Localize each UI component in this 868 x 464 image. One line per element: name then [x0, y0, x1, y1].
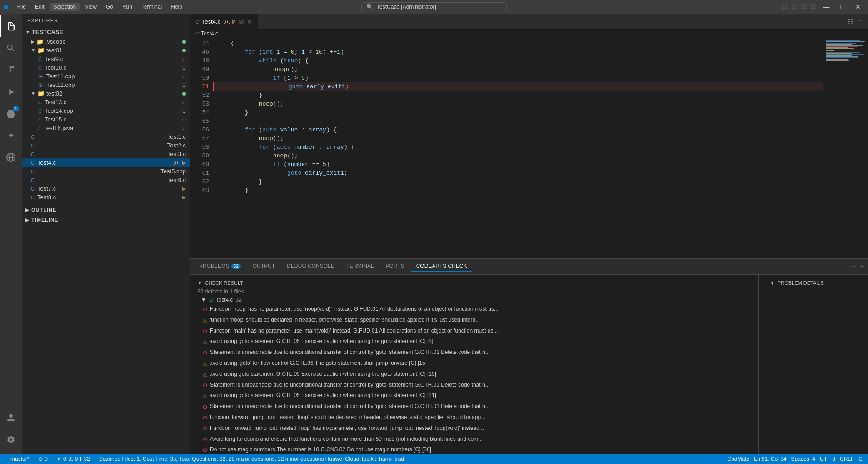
- code-line-51: goto early_exit1;: [213, 82, 823, 91]
- account-icon[interactable]: [0, 407, 22, 429]
- sidebar-item-test14cpp[interactable]: C Test14.cpp U: [22, 106, 190, 115]
- panel-close-icon[interactable]: ✕: [860, 263, 864, 270]
- chevron-right-icon: ▶: [25, 217, 30, 222]
- sidebar-item-test7c[interactable]: C Test7.c M: [22, 184, 190, 193]
- sidebar-item-test9c[interactable]: C Test9.c U: [22, 55, 190, 63]
- statusbar-eol[interactable]: CRLF: [838, 456, 856, 462]
- statusbar-lang[interactable]: C: [857, 456, 864, 462]
- sidebar-item-test11cpp[interactable]: G· Test11.cpp U: [22, 72, 190, 81]
- menu-terminal[interactable]: Terminal: [138, 3, 165, 11]
- more-actions-icon[interactable]: ⋯: [857, 17, 863, 26]
- sidebar-item-test13c[interactable]: C Test13.c U: [22, 98, 190, 106]
- settings-icon[interactable]: [0, 429, 22, 450]
- sidebar-item-test10c[interactable]: C Test10.c U: [22, 63, 190, 72]
- problem-details-title[interactable]: ▼ PROBLEM DETAILS: [763, 278, 864, 287]
- problem-item-13[interactable]: ⊙ Avoid long functions and ensure that f…: [190, 434, 758, 445]
- menu-help[interactable]: Help: [167, 3, 186, 11]
- files-icon[interactable]: [0, 15, 22, 37]
- sidebar-item-test15c[interactable]: C Test15.c U: [22, 115, 190, 124]
- statusbar-sync[interactable]: ⊙ 0: [36, 456, 50, 462]
- problem-item-4[interactable]: △ avoid using goto statement G.CTL.05 Ex…: [190, 336, 758, 347]
- sidebar-item-test2c[interactable]: C Test2.c: [22, 141, 190, 150]
- defects-count-text: 32 defects in 1 files: [197, 288, 244, 295]
- statusbar-spaces[interactable]: Spaces: 4: [789, 456, 817, 462]
- problem-item-11[interactable]: ⊙ function 'forward_jump_out_nested_loop…: [190, 412, 758, 423]
- test4c-label: Test4.c: [37, 159, 56, 166]
- problem-item-1[interactable]: ⊙ Function 'noop' has no parameter, use …: [190, 304, 758, 315]
- problem-item-10[interactable]: ⊙ Statement is unreachable due to uncond…: [190, 401, 758, 412]
- sidebar-item-test3c[interactable]: C Test3.c: [22, 150, 190, 158]
- problem-item-12[interactable]: ⊙ Function 'forward_jump_out_nested_loop…: [190, 423, 758, 434]
- layout-icon-4[interactable]: ☷: [810, 3, 816, 10]
- timeline-section[interactable]: ▶ TIMELINE: [22, 215, 190, 224]
- sidebar-item-test5cpp[interactable]: C· Test5.cpp: [22, 167, 190, 176]
- sidebar-item-test8c[interactable]: C Test8.c M: [22, 193, 190, 202]
- menu-file[interactable]: File: [14, 3, 30, 11]
- sidebar-item-test6c[interactable]: C Test6.c: [22, 176, 190, 184]
- maximize-button[interactable]: □: [837, 2, 848, 11]
- folder-icon: 📁: [36, 38, 44, 45]
- source-control-icon[interactable]: [0, 59, 22, 81]
- panel-tabs: PROBLEMS32 OUTPUT DEBUG CONSOLE TERMINAL…: [190, 259, 868, 275]
- close-button[interactable]: ✕: [852, 2, 864, 11]
- statusbar-git[interactable]: ⑂ master*: [4, 456, 31, 462]
- statusbar-codmate[interactable]: CodMate: [726, 456, 752, 462]
- tab-problems[interactable]: PROBLEMS32: [194, 261, 246, 272]
- search-text[interactable]: TestCase [Administrator]: [377, 4, 436, 10]
- tab-close-icon[interactable]: M: [239, 18, 244, 25]
- sidebar-item-test1c[interactable]: C Test1.c: [22, 132, 190, 141]
- tab-close-btn[interactable]: ✕: [247, 18, 252, 25]
- run-debug-icon[interactable]: [0, 81, 22, 103]
- sidebar-item-vscode[interactable]: ▶ 📁 .vscode: [22, 37, 190, 46]
- problem-item-3[interactable]: ⊙ Function 'main' has no parameter, use …: [190, 326, 758, 337]
- problem-item-6[interactable]: △ avoid using 'goto' for flow control G.…: [190, 358, 758, 369]
- menu-edit[interactable]: Edit: [31, 3, 48, 11]
- tab-ports[interactable]: PORTS: [380, 261, 410, 272]
- menu-view[interactable]: View: [81, 3, 100, 11]
- minimize-button[interactable]: —: [820, 2, 833, 11]
- test14cpp-badge: U: [182, 108, 186, 114]
- extensions-icon[interactable]: 1: [0, 103, 22, 125]
- sidebar-item-test12cpp[interactable]: G· Test12.cpp U: [22, 81, 190, 89]
- tab-test4c[interactable]: C Test4.c 9+, M M ✕: [190, 14, 258, 30]
- split-editor-icon[interactable]: ☷: [847, 17, 853, 26]
- statusbar-errors[interactable]: ✕ 0 ⚠ 0 ℹ 32: [55, 456, 92, 462]
- problem-item-9[interactable]: △ avoid using goto statement G.CTL.05 Ex…: [190, 390, 758, 401]
- panel-more-icon[interactable]: ⋯: [851, 263, 856, 270]
- check-result-title[interactable]: ▼ CHECK RESULT: [190, 278, 758, 287]
- ai-icon[interactable]: ✦: [0, 125, 22, 146]
- layout-icon-1[interactable]: ☷: [782, 3, 788, 10]
- problems-list: ⊙ Function 'noop' has no parameter, use …: [190, 304, 758, 454]
- tab-terminal[interactable]: TERMINAL: [341, 261, 379, 272]
- tab-codearts-check[interactable]: CODEARTS CHECK: [411, 261, 473, 272]
- chevron-right-icon: ▶: [31, 39, 35, 44]
- remote-explorer-icon[interactable]: [0, 146, 22, 168]
- search-icon[interactable]: [0, 37, 22, 59]
- code-line-63: }: [213, 186, 823, 195]
- outline-section[interactable]: ▶ OUTLINE: [22, 205, 190, 214]
- cursor-position: Ln 51, Col 34: [754, 456, 786, 462]
- menu-go[interactable]: Go: [102, 3, 117, 11]
- sidebar-item-test4c[interactable]: C Test4.c 9+, M: [22, 158, 190, 167]
- problem-item-14[interactable]: ⊙ Do not use magic numbers.The number is…: [190, 444, 758, 454]
- layout-icon-3[interactable]: ☷: [801, 3, 807, 10]
- statusbar-encoding[interactable]: UTF-8: [818, 456, 837, 462]
- problem-item-7[interactable]: △ avoid using goto statement G.CTL.05 Ex…: [190, 369, 758, 380]
- layout-icon-2[interactable]: ☷: [791, 3, 797, 10]
- sidebar-item-test16java[interactable]: J Test16.java U: [22, 124, 190, 132]
- problem-item-5[interactable]: ⊙ Statement is unreachable due to uncond…: [190, 347, 758, 358]
- sidebar-item-test01[interactable]: ▼ 📁 test01: [22, 46, 190, 55]
- code-content[interactable]: { for (int i = 0; i < 10; ++i) { while (…: [213, 38, 823, 258]
- tab-output[interactable]: OUTPUT: [247, 261, 280, 272]
- problem-item-8[interactable]: ⊙ Statement is unreachable due to uncond…: [190, 380, 758, 391]
- statusbar-cursor[interactable]: Ln 51, Col 34: [752, 456, 788, 462]
- file-group-test4c[interactable]: ▼ C Test4.c 32: [190, 296, 758, 304]
- sidebar-root-testcase[interactable]: ▼ TESTCASE: [22, 27, 190, 37]
- menu-run[interactable]: Run: [119, 3, 136, 11]
- tab-debug-console[interactable]: DEBUG CONSOLE: [281, 261, 340, 272]
- sidebar-more-icon[interactable]: ⋯: [179, 17, 184, 23]
- menu-selection[interactable]: Selection: [50, 3, 80, 11]
- sidebar-item-test02[interactable]: ▼ 📁 test02: [22, 89, 190, 98]
- problem-item-2[interactable]: △ function 'noop' should be declared in …: [190, 315, 758, 326]
- main-area: 1 ✦ EXPLORER ⋯ ▼ TESTCASE: [0, 14, 868, 454]
